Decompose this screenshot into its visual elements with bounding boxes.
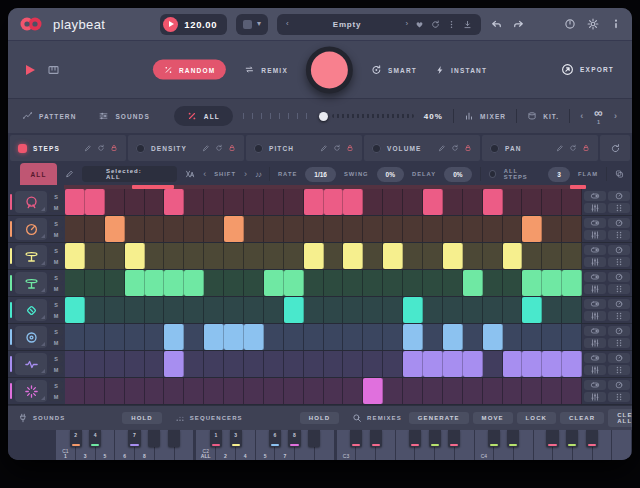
step-cell[interactable] [363, 324, 383, 350]
step-cell[interactable] [284, 270, 304, 296]
param-tab-pitch[interactable]: PITCH [246, 135, 362, 161]
step-cell[interactable] [463, 324, 483, 350]
piano-black-key[interactable] [488, 430, 500, 447]
step-cell[interactable] [463, 351, 483, 377]
step-cell[interactable] [483, 324, 503, 350]
shift-right-button[interactable]: › [244, 170, 247, 179]
track-drag-handle[interactable] [608, 203, 630, 213]
step-cell[interactable] [542, 270, 562, 296]
tempo-control[interactable]: 120.00 [160, 14, 227, 35]
step-cell[interactable] [164, 243, 184, 269]
play-button[interactable] [26, 65, 35, 75]
more-options-icon[interactable] [447, 20, 456, 29]
select-all-tab[interactable]: ALL [20, 163, 57, 185]
track-4-sample-button[interactable] [15, 272, 47, 294]
piano-black-key[interactable]: 8 [288, 430, 300, 447]
pencil-edit-icon[interactable] [65, 169, 74, 179]
sounds-hold-button[interactable]: HOLD [122, 412, 161, 424]
step-cell[interactable] [403, 378, 423, 404]
step-cell[interactable] [443, 270, 463, 296]
step-cell[interactable] [105, 189, 125, 215]
track-knob-button[interactable] [608, 191, 630, 201]
step-cell[interactable] [463, 270, 483, 296]
step-cell[interactable] [423, 216, 443, 242]
all-steps-value[interactable]: 3 [548, 167, 570, 182]
step-cell[interactable] [184, 189, 204, 215]
step-cell[interactable] [383, 351, 403, 377]
track-knob-button[interactable] [608, 326, 630, 336]
step-cell[interactable] [125, 378, 145, 404]
step-cell[interactable] [383, 324, 403, 350]
track-toggle-button[interactable] [584, 218, 606, 228]
step-cell[interactable] [343, 270, 363, 296]
step-cell[interactable] [403, 270, 423, 296]
randomize-amount-slider[interactable] [243, 112, 414, 121]
step-cell[interactable] [383, 297, 403, 323]
move-button[interactable]: MOVE [473, 412, 513, 424]
track-6-sample-button[interactable] [15, 326, 47, 348]
step-cell[interactable] [562, 189, 582, 215]
step-cell[interactable] [164, 216, 184, 242]
step-cell[interactable] [204, 324, 224, 350]
step-cell[interactable] [483, 351, 503, 377]
track-1-sample-button[interactable] [15, 191, 47, 213]
step-cell[interactable] [443, 324, 463, 350]
step-cell[interactable] [125, 351, 145, 377]
step-cell[interactable] [304, 378, 324, 404]
clear-button[interactable]: CLEAR [560, 412, 604, 424]
step-cell[interactable] [503, 243, 523, 269]
step-cell[interactable] [224, 351, 244, 377]
step-cell[interactable] [105, 297, 125, 323]
step-cell[interactable] [304, 189, 324, 215]
piano-black-key[interactable]: 4 [89, 430, 101, 447]
step-cell[interactable] [363, 351, 383, 377]
step-cell[interactable] [443, 216, 463, 242]
track-toggle-button[interactable] [584, 326, 606, 336]
step-cell[interactable] [343, 216, 363, 242]
step-cell[interactable] [324, 216, 344, 242]
step-cell[interactable] [125, 243, 145, 269]
track-knob-button[interactable] [608, 353, 630, 363]
param-tab-steps[interactable]: STEPS [10, 135, 126, 161]
step-cell[interactable] [85, 270, 105, 296]
step-cell[interactable] [164, 297, 184, 323]
step-cell[interactable] [423, 189, 443, 215]
power-icon[interactable] [564, 18, 576, 30]
step-cell[interactable] [204, 189, 224, 215]
randomize-all-button[interactable]: ALL [174, 106, 233, 126]
track-toggle-button[interactable] [584, 380, 606, 390]
save-preset-icon[interactable] [463, 20, 472, 29]
param-tab-volume[interactable]: VOLUME [364, 135, 480, 161]
step-cell[interactable] [85, 216, 105, 242]
step-cell[interactable] [363, 216, 383, 242]
step-cell[interactable] [145, 189, 165, 215]
step-cell[interactable] [304, 270, 324, 296]
step-cell[interactable] [145, 324, 165, 350]
piano-black-key[interactable] [350, 430, 362, 447]
track-drag-handle[interactable] [608, 284, 630, 294]
step-cell[interactable] [483, 243, 503, 269]
steps-knob[interactable] [489, 170, 496, 178]
step-cell[interactable] [224, 216, 244, 242]
track-toggle-button[interactable] [584, 272, 606, 282]
step-cell[interactable] [145, 270, 165, 296]
reload-preset-icon[interactable] [431, 20, 440, 29]
favorite-icon[interactable] [415, 20, 424, 29]
step-cell[interactable] [363, 243, 383, 269]
step-cell[interactable] [65, 216, 85, 242]
step-cell[interactable] [562, 378, 582, 404]
track-sliders-button[interactable] [584, 392, 606, 402]
step-cell[interactable] [65, 189, 85, 215]
step-cell[interactable] [403, 189, 423, 215]
step-cell[interactable] [483, 216, 503, 242]
step-cell[interactable] [542, 189, 562, 215]
step-cell[interactable] [423, 243, 443, 269]
next-pattern-button[interactable]: › [614, 112, 618, 121]
piano-black-key[interactable]: 1 [210, 430, 222, 447]
track-toggle-button[interactable] [584, 245, 606, 255]
remix-button[interactable]: REMIX [244, 65, 288, 75]
piano-black-key[interactable]: 7 [128, 430, 140, 447]
piano-black-key[interactable] [448, 430, 460, 447]
step-cell[interactable] [463, 378, 483, 404]
next-preset-button[interactable]: › [405, 20, 408, 28]
